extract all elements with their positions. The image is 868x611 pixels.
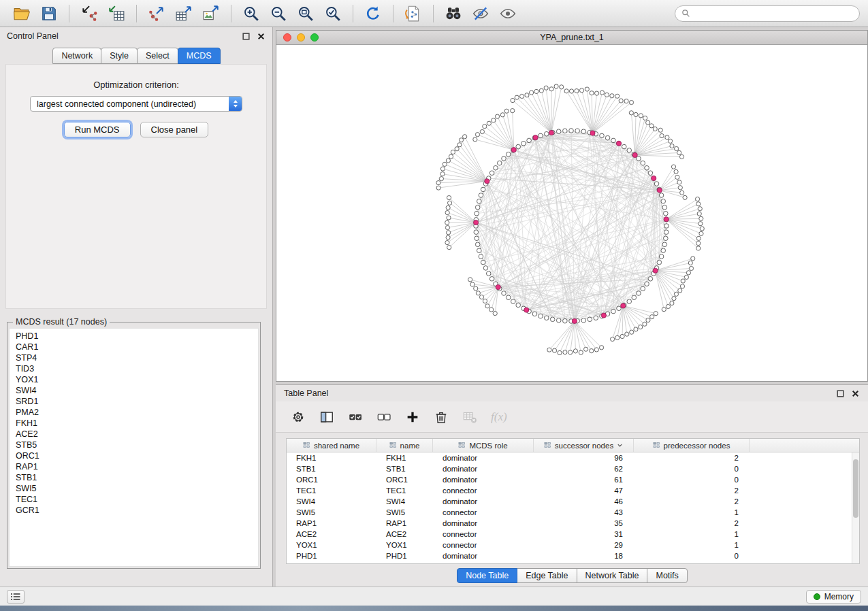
mcds-result-item[interactable]: FKH1 [16,418,258,429]
settings-gear-button[interactable] [289,408,307,426]
table-row[interactable]: ORC1ORC1dominator610 [287,474,859,485]
close-panel-button[interactable]: Close panel [140,122,209,137]
delete-row-button[interactable] [432,408,450,426]
zoom-out-button[interactable] [268,3,289,24]
tab-node-table[interactable]: Node Table [457,568,517,583]
control-panel-tabs: NetworkStyleSelectMCDS [0,48,272,64]
select-all-icon [348,410,363,425]
mcds-result-item[interactable]: STB1 [16,472,258,483]
table-panel: Table Panel f(x) shared namenameMCDS rol… [276,384,868,587]
mcds-result-item[interactable]: SWI4 [16,385,258,396]
add-row-button[interactable] [404,408,421,426]
memory-button[interactable]: Memory [806,590,861,604]
mcds-result-item[interactable]: CAR1 [16,342,258,352]
export-network-button[interactable] [146,3,167,24]
toggle-columns-button[interactable] [318,408,336,426]
column-header-MCDS-role[interactable]: MCDS role [433,439,534,452]
mcds-result-item[interactable]: YOX1 [16,374,258,385]
table-row[interactable]: SWI4SWI4dominator462 [287,496,859,507]
tab-edge-table[interactable]: Edge Table [517,568,577,583]
window-close-button[interactable] [283,33,291,42]
mcds-result-item[interactable]: GCR1 [16,505,258,516]
mcds-result-item[interactable]: SRD1 [16,396,258,407]
mcds-result-item[interactable]: SWI5 [16,483,258,494]
export-table-button[interactable] [174,3,194,24]
close-icon[interactable] [257,32,266,41]
chevron-down-icon[interactable] [617,442,623,448]
table-cell: ACE2 [376,530,433,538]
search-network-button[interactable] [443,3,464,24]
run-mcds-button[interactable]: Run MCDS [64,122,131,137]
table-row[interactable]: PHD1PHD1dominator180 [287,550,859,561]
status-bar: Memory [0,587,868,606]
table-cell: dominator [433,497,534,506]
mcds-result-item[interactable]: PHD1 [16,331,258,342]
task-history-button[interactable] [7,590,25,604]
zoom-fit-button[interactable] [295,3,316,24]
table-row[interactable]: STB1STB1dominator620 [287,463,859,474]
table-row[interactable]: FKH1FKH1dominator962 [287,452,859,463]
table-cell: connector [433,530,534,538]
tab-network[interactable]: Network [52,48,101,64]
table-cell: 2 [634,454,750,462]
table-row[interactable]: ACE2ACE2connector311 [287,529,859,540]
save-session-button[interactable] [39,3,59,24]
tab-mcds[interactable]: MCDS [178,48,221,64]
float-window-icon[interactable] [242,32,251,41]
mcds-result-item[interactable]: PMA2 [16,407,258,418]
table-row[interactable]: RAP1RAP1dominator352 [287,518,859,529]
search-input[interactable] [694,9,853,18]
table-cell: dominator [433,519,534,527]
close-icon[interactable] [851,389,860,398]
import-network-button[interactable] [79,3,99,24]
network-window: YPA_prune.txt_1 [276,30,868,382]
tab-select[interactable]: Select [137,48,178,64]
mcds-result-item[interactable]: STB5 [16,440,258,450]
import-table-button[interactable] [106,3,127,24]
mcds-result-title: MCDS result (17 nodes) [13,317,110,327]
hide-details-button[interactable] [470,3,491,24]
select-all-button[interactable] [347,408,364,426]
open-file-button[interactable] [12,3,32,24]
table-row[interactable]: SWI5SWI5connector431 [287,507,859,518]
optimization-criterion-dropdown[interactable]: largest connected component (undirected) [30,96,242,112]
zoom-in-button[interactable] [241,3,261,24]
table-row[interactable]: TEC1TEC1connector472 [287,485,859,496]
zoom-selected-button[interactable] [323,3,343,24]
window-maximize-button[interactable] [310,33,319,42]
float-window-icon[interactable] [836,389,845,398]
scrollbar-thumb[interactable] [853,459,858,518]
deselect-all-button[interactable] [375,408,393,426]
window-minimize-button[interactable] [297,33,305,42]
mcds-result-item[interactable]: RAP1 [16,461,258,472]
mcds-result-box: MCDS result (17 nodes) PHD1CAR1STP4TID3Y… [7,317,261,569]
zoom-fit-icon [297,5,315,22]
column-header-shared-name[interactable]: shared name [287,439,376,452]
mcds-result-item[interactable]: STP4 [16,352,258,363]
export-image-icon [202,5,220,22]
column-header-successor-nodes[interactable]: successor nodes [534,439,634,452]
show-details-button[interactable] [498,3,518,24]
table-scrollbar[interactable] [852,452,859,563]
table-cell: 61 [534,476,634,484]
table-row[interactable]: YOX1YOX1connector291 [287,540,859,550]
mcds-result-list[interactable]: PHD1CAR1STP4TID3YOX1SWI4SRD1PMA2FKH1ACE2… [9,328,259,567]
table-cell: PHD1 [287,552,376,560]
mcds-result-item[interactable]: TID3 [16,363,258,374]
tab-style[interactable]: Style [101,48,138,64]
column-header-name[interactable]: name [376,439,433,452]
control-panel-title: Control Panel [7,31,59,41]
column-header-predecessor-nodes[interactable]: predecessor nodes [634,439,750,452]
mcds-result-item[interactable]: TEC1 [16,494,258,505]
mcds-result-item[interactable]: ACE2 [16,429,258,440]
table-cell: 43 [534,508,634,516]
tab-motifs[interactable]: Motifs [647,568,687,583]
clone-network-button[interactable] [403,3,423,24]
search-box[interactable] [675,5,860,22]
network-canvas[interactable] [276,45,867,381]
tab-network-table[interactable]: Network Table [577,568,648,583]
mcds-result-item[interactable]: ORC1 [16,450,258,461]
network-window-titlebar[interactable]: YPA_prune.txt_1 [276,31,867,45]
refresh-view-button[interactable] [363,3,383,24]
export-image-button[interactable] [201,3,221,24]
